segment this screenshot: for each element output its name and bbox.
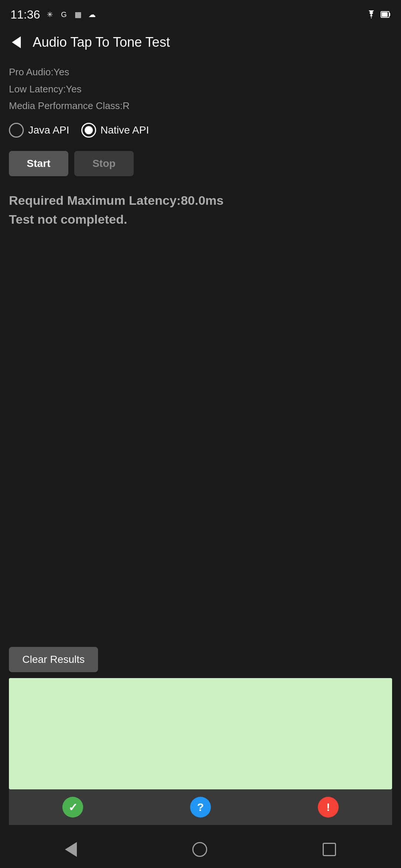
completion-status-line: Test not completed. <box>9 210 392 229</box>
status-bar-left: 11:36 ✳ G ▦ ☁ <box>10 8 97 22</box>
media-performance-label: Media Performance Class:R <box>9 98 392 114</box>
svg-rect-2 <box>382 12 388 17</box>
pass-button[interactable]: ✓ <box>9 789 137 825</box>
wifi-icon <box>366 9 376 20</box>
nav-home-icon <box>192 842 207 857</box>
question-icon: ? <box>190 797 211 818</box>
java-api-label: Java API <box>28 124 69 136</box>
toolbar: Audio Tap To Tone Test <box>0 26 401 59</box>
native-api-option[interactable]: Native API <box>81 123 149 138</box>
page-title: Audio Tap To Tone Test <box>33 34 170 50</box>
latency-status-line: Required Maximum Latency:80.0ms <box>9 191 392 210</box>
cloud-icon: ☁ <box>87 9 97 20</box>
status-time: 11:36 <box>10 8 40 22</box>
checkmark-icon: ✓ <box>62 797 83 818</box>
nav-bar <box>0 831 401 868</box>
back-button[interactable] <box>9 33 24 51</box>
status-bar-right <box>366 9 391 20</box>
content-area: Pro Audio:Yes Low Latency:Yes Media Perf… <box>0 59 401 831</box>
java-api-option[interactable]: Java API <box>9 123 69 138</box>
stop-button[interactable]: Stop <box>74 151 134 176</box>
clear-results-button[interactable]: Clear Results <box>9 647 98 672</box>
info-button[interactable]: ? <box>137 789 264 825</box>
low-latency-label: Low Latency:Yes <box>9 82 392 97</box>
start-button[interactable]: Start <box>9 151 68 176</box>
back-arrow-icon <box>12 36 21 48</box>
exclamation-icon: ! <box>318 797 339 818</box>
nav-recents-button[interactable] <box>319 839 340 860</box>
nav-home-button[interactable] <box>189 838 211 861</box>
status-text-area: Required Maximum Latency:80.0ms Test not… <box>9 191 392 229</box>
java-api-radio[interactable] <box>9 123 24 138</box>
icon-button-row: ✓ ? ! <box>9 789 392 825</box>
action-button-row: Start Stop <box>9 151 392 176</box>
nav-recents-icon <box>323 843 336 856</box>
api-radio-group: Java API Native API <box>9 123 392 138</box>
status-bar: 11:36 ✳ G ▦ ☁ <box>0 0 401 26</box>
warning-button[interactable]: ! <box>264 789 392 825</box>
fan-icon: ✳ <box>45 9 55 20</box>
native-api-label: Native API <box>101 124 149 136</box>
nav-back-icon <box>65 842 77 857</box>
calendar-icon: ▦ <box>73 9 83 20</box>
result-display-box <box>9 678 392 789</box>
pro-audio-label: Pro Audio:Yes <box>9 65 392 80</box>
native-api-radio[interactable] <box>81 123 96 138</box>
nav-back-button[interactable] <box>61 838 81 861</box>
status-icons: ✳ G ▦ ☁ <box>45 9 97 20</box>
battery-icon <box>380 9 391 20</box>
google-icon: G <box>59 9 69 20</box>
svg-rect-1 <box>389 13 390 16</box>
